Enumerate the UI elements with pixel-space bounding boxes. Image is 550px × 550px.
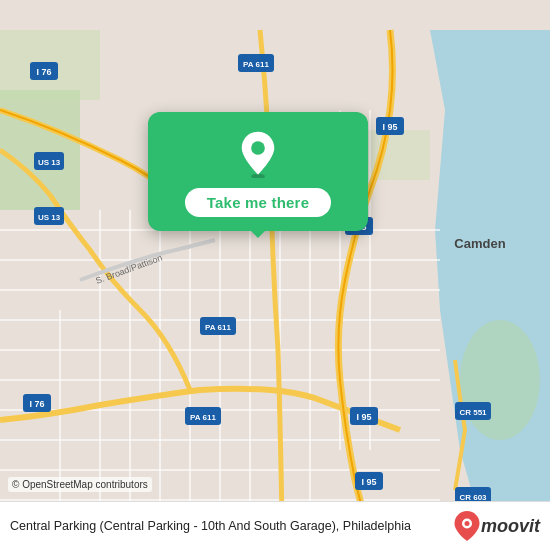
svg-text:I 76: I 76	[29, 399, 44, 409]
svg-text:I 76: I 76	[36, 67, 51, 77]
svg-text:I 95: I 95	[382, 122, 397, 132]
svg-point-57	[251, 141, 265, 155]
moovit-logo: moovit	[453, 510, 540, 542]
take-me-there-button[interactable]: Take me there	[185, 188, 331, 217]
svg-point-5	[460, 320, 540, 440]
svg-text:PA 611: PA 611	[205, 323, 231, 332]
location-description: Central Parking (Central Parking - 10th …	[10, 518, 443, 534]
svg-text:I 95: I 95	[361, 477, 376, 487]
svg-text:Camden: Camden	[454, 236, 505, 251]
map-svg: I 76 US 13 US 13 PA 611 PA 611 PA 611 I …	[0, 0, 550, 550]
svg-text:US 13: US 13	[38, 158, 61, 167]
moovit-brand-label: moovit	[481, 516, 540, 537]
location-pin-icon	[234, 130, 282, 178]
svg-text:US 13: US 13	[38, 213, 61, 222]
osm-attribution: © OpenStreetMap contributors	[8, 477, 152, 492]
svg-text:CR 551: CR 551	[459, 408, 487, 417]
svg-point-59	[464, 521, 469, 526]
svg-text:PA 611: PA 611	[190, 413, 216, 422]
svg-text:PA 611: PA 611	[243, 60, 269, 69]
osm-text: © OpenStreetMap contributors	[12, 479, 148, 490]
svg-text:I 95: I 95	[356, 412, 371, 422]
svg-rect-3	[0, 90, 80, 210]
popup-card: Take me there	[148, 112, 368, 231]
bottom-bar: Central Parking (Central Parking - 10th …	[0, 501, 550, 550]
map-container: I 76 US 13 US 13 PA 611 PA 611 PA 611 I …	[0, 0, 550, 550]
moovit-pin-icon	[453, 510, 481, 542]
